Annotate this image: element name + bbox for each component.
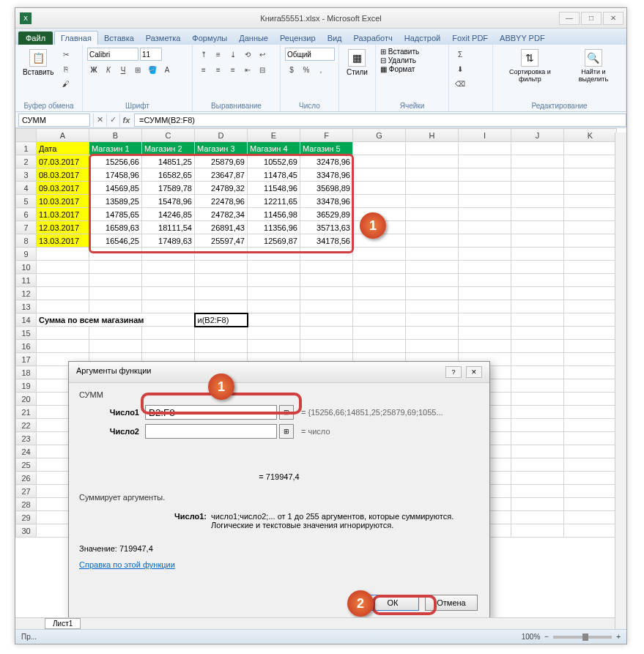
cell-K13[interactable]: [564, 300, 617, 313]
cell-H3[interactable]: [406, 168, 459, 182]
cell-I12[interactable]: [459, 287, 511, 300]
cell-G15[interactable]: [353, 327, 406, 340]
dialog-help-button[interactable]: ?: [445, 366, 462, 378]
cell-H8[interactable]: [406, 234, 459, 248]
cell-K15[interactable]: [564, 327, 617, 340]
cell-J6[interactable]: [511, 208, 564, 221]
cell-C15[interactable]: [142, 327, 195, 340]
cell-E12[interactable]: [248, 287, 300, 300]
cell-C7[interactable]: 18111,54: [142, 221, 195, 234]
cell-E16[interactable]: [248, 340, 300, 353]
cell-I4[interactable]: [459, 182, 511, 195]
cell-E8[interactable]: 12569,87: [248, 234, 300, 248]
cell-D2[interactable]: 25879,69: [195, 155, 248, 168]
cell-D1[interactable]: Магазин 3: [195, 142, 248, 155]
cell-B9[interactable]: [89, 248, 142, 261]
row-header-27[interactable]: 27: [16, 485, 37, 498]
cell-G13[interactable]: [353, 300, 406, 313]
col-header-K[interactable]: K: [564, 129, 617, 142]
cell-G14[interactable]: [353, 313, 406, 327]
cell-K20[interactable]: [564, 393, 617, 406]
cell-A15[interactable]: [37, 327, 89, 340]
cell-I16[interactable]: [459, 340, 511, 353]
cell-I6[interactable]: [459, 208, 511, 221]
cell-C12[interactable]: [142, 287, 195, 300]
cell-C1[interactable]: Магазин 2: [142, 142, 195, 155]
cell-K8[interactable]: [564, 234, 617, 248]
cell-C2[interactable]: 14851,25: [142, 155, 195, 168]
cell-F10[interactable]: [300, 261, 353, 274]
cell-H5[interactable]: [406, 195, 459, 208]
cell-I2[interactable]: [459, 155, 511, 168]
cell-J25[interactable]: [511, 458, 564, 472]
cell-B6[interactable]: 14785,65: [89, 208, 142, 221]
cell-D11[interactable]: [195, 274, 248, 287]
row-header-23[interactable]: 23: [16, 432, 37, 445]
row-header-5[interactable]: 5: [16, 195, 37, 208]
cell-G2[interactable]: [353, 155, 406, 168]
format-painter-icon[interactable]: 🖌: [59, 77, 73, 90]
cell-I8[interactable]: [459, 234, 511, 248]
cell-K18[interactable]: [564, 366, 617, 379]
cell-I5[interactable]: [459, 195, 511, 208]
font-color-icon[interactable]: A: [160, 63, 174, 76]
cell-D4[interactable]: 24789,32: [195, 182, 248, 195]
col-header-J[interactable]: J: [511, 129, 564, 142]
cell-K14[interactable]: [564, 313, 617, 327]
cell-J23[interactable]: [511, 432, 564, 445]
cell-K2[interactable]: [564, 155, 617, 168]
tab-layout[interactable]: Разметка: [140, 31, 187, 45]
sort-filter-button[interactable]: ⇅ Сортировка и фильтр: [497, 48, 563, 84]
cell-F12[interactable]: [300, 287, 353, 300]
cell-I3[interactable]: [459, 168, 511, 182]
cell-A4[interactable]: 09.03.2017: [37, 182, 89, 195]
row-header-14[interactable]: 14: [16, 313, 37, 327]
tab-insert[interactable]: Вставка: [98, 31, 140, 45]
row-header-10[interactable]: 10: [16, 261, 37, 274]
cell-J21[interactable]: [511, 406, 564, 419]
row-header-8[interactable]: 8: [16, 234, 37, 248]
merge-icon[interactable]: ⊟: [256, 63, 269, 76]
worksheet-grid[interactable]: ABCDEFGHIJK1ДатаМагазин 1Магазин 2Магази…: [15, 128, 626, 626]
cell-K7[interactable]: [564, 221, 617, 234]
cell-H12[interactable]: [406, 287, 459, 300]
row-header-26[interactable]: 26: [16, 472, 37, 485]
cell-A9[interactable]: [37, 248, 89, 261]
cell-A3[interactable]: 08.03.2017: [37, 168, 89, 182]
cell-A14[interactable]: Сумма по всем магазинам: [37, 313, 195, 327]
row-header-25[interactable]: 25: [16, 458, 37, 472]
cell-H16[interactable]: [406, 340, 459, 353]
col-header-E[interactable]: E: [248, 129, 300, 142]
styles-button[interactable]: ▦ Стили: [344, 48, 371, 78]
wrap-text-icon[interactable]: ↩: [256, 48, 269, 61]
cell-K3[interactable]: [564, 168, 617, 182]
cell-E10[interactable]: [248, 261, 300, 274]
currency-icon[interactable]: $: [285, 63, 298, 76]
cell-H13[interactable]: [406, 300, 459, 313]
fill-color-icon[interactable]: 🪣: [146, 63, 159, 76]
cell-H9[interactable]: [406, 248, 459, 261]
cell-A1[interactable]: Дата: [37, 142, 89, 155]
cell-J14[interactable]: [511, 313, 564, 327]
row-header-16[interactable]: 16: [16, 340, 37, 353]
cell-A8[interactable]: 13.03.2017: [37, 234, 89, 248]
border-icon[interactable]: ⊞: [131, 63, 144, 76]
cell-B5[interactable]: 13589,25: [89, 195, 142, 208]
sheet-tab[interactable]: Лист1: [45, 618, 81, 629]
row-header-13[interactable]: 13: [16, 300, 37, 313]
align-left-icon[interactable]: ≡: [197, 63, 210, 76]
select-all-corner[interactable]: [16, 129, 37, 142]
cell-G1[interactable]: [353, 142, 406, 155]
arg1-range-button[interactable]: ⊞: [279, 405, 294, 420]
row-header-9[interactable]: 9: [16, 248, 37, 261]
tab-formulas[interactable]: Формулы: [186, 31, 233, 45]
cell-E14[interactable]: [248, 313, 300, 327]
cell-J13[interactable]: [511, 300, 564, 313]
comma-icon[interactable]: ,: [314, 63, 327, 76]
dialog-ok-button[interactable]: ОК: [366, 595, 419, 611]
cell-J28[interactable]: [511, 498, 564, 511]
cell-H10[interactable]: [406, 261, 459, 274]
cell-K28[interactable]: [564, 498, 617, 511]
cell-A7[interactable]: 12.03.2017: [37, 221, 89, 234]
cell-J20[interactable]: [511, 393, 564, 406]
